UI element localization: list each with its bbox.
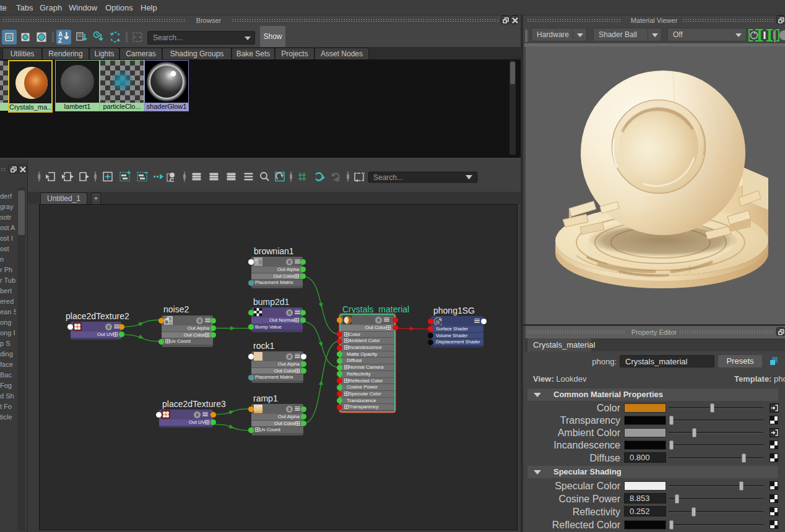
svg-text:Search...: Search... — [373, 173, 403, 182]
svg-text:Z: Z — [58, 37, 62, 44]
